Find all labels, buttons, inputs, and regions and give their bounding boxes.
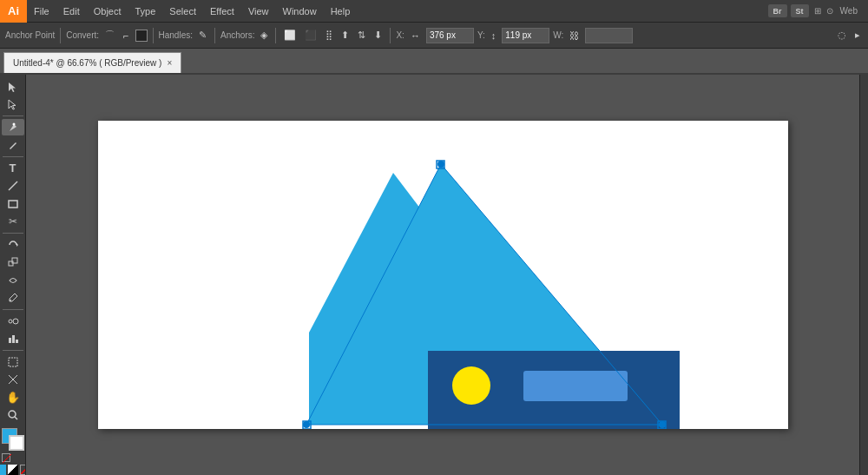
stock-button[interactable]: St — [791, 4, 809, 17]
color-mode-color-btn[interactable] — [0, 465, 6, 475]
scale-tool-btn[interactable] — [2, 254, 24, 271]
svg-point-10 — [13, 319, 18, 324]
w-value-input[interactable] — [585, 28, 633, 43]
y-value-input[interactable] — [502, 28, 549, 43]
x-flip-btn[interactable]: ↔ — [408, 29, 423, 43]
scissors-tool-btn[interactable]: ✂ — [2, 214, 24, 231]
menu-help[interactable]: Help — [324, 0, 358, 22]
divider-4 — [3, 309, 23, 310]
artboard-tool-btn[interactable] — [2, 353, 24, 371]
svg-point-15 — [9, 411, 16, 418]
blend-tool-btn[interactable] — [2, 313, 24, 330]
yellow-circle — [452, 366, 490, 405]
divider-2 — [3, 156, 23, 157]
workspace-grid-icon: ⊞ — [814, 6, 821, 16]
type-tool-btn[interactable]: T — [2, 160, 24, 177]
align-center-btn[interactable]: ⬛ — [302, 28, 319, 43]
divider-5 — [3, 350, 23, 351]
line-tool-btn[interactable] — [2, 177, 24, 195]
more-btn[interactable]: ▸ — [852, 28, 863, 43]
ai-logo[interactable]: Ai — [0, 0, 27, 23]
menu-type[interactable]: Type — [128, 0, 163, 22]
anchors-btn[interactable]: ◈ — [258, 28, 270, 43]
y-flip-btn[interactable]: ↕ — [489, 29, 499, 43]
artwork-svg — [98, 121, 788, 429]
menu-view[interactable]: View — [241, 0, 276, 22]
canvas-wrapper — [26, 75, 859, 475]
divider-3 — [3, 233, 23, 234]
anchor-bottom-left — [303, 421, 310, 428]
align-bottom-btn[interactable]: ⬇ — [372, 28, 385, 43]
w-label: W: — [553, 30, 563, 40]
svg-marker-0 — [9, 82, 16, 92]
stock-label: St — [796, 7, 804, 16]
svg-rect-12 — [12, 335, 15, 343]
w-link-btn[interactable]: ⛓ — [567, 29, 582, 43]
color-mode-area — [0, 465, 26, 475]
menu-edit[interactable]: Edit — [56, 0, 87, 22]
left-toolbar: T ✂ — [0, 75, 26, 475]
pen-tool-btn[interactable] — [2, 119, 24, 136]
svg-line-3 — [9, 181, 17, 190]
menu-file[interactable]: File — [27, 0, 56, 22]
stroke-color-swatch[interactable] — [9, 435, 24, 451]
arrange-icon: ⊙ — [826, 6, 833, 16]
rotate-tool-btn[interactable] — [2, 236, 24, 254]
svg-rect-4 — [9, 201, 17, 208]
svg-rect-11 — [9, 338, 11, 343]
distribute-btn[interactable]: ⣿ — [323, 28, 335, 43]
menu-bar: Ai File Edit Object Type Select Effect V… — [0, 0, 868, 23]
color-mode-gradient-btn[interactable] — [8, 465, 18, 475]
tab-title: Untitled-4* @ 66.67% ( RGB/Preview ) — [13, 58, 161, 68]
svg-point-8 — [10, 300, 11, 301]
align-top-btn[interactable]: ⬆ — [339, 28, 352, 43]
color-mode-none-btn[interactable] — [20, 465, 27, 475]
x-value-input[interactable] — [426, 28, 474, 43]
tab-bar: Untitled-4* @ 66.67% ( RGB/Preview ) × — [0, 49, 868, 75]
svg-rect-13 — [16, 340, 18, 343]
svg-rect-14 — [9, 358, 17, 366]
slice-tool-btn[interactable] — [2, 371, 24, 388]
svg-marker-1 — [9, 100, 16, 109]
canvas-area[interactable] — [26, 75, 859, 475]
anchor-point-label: Anchor Point — [5, 30, 55, 40]
y-label: Y: — [477, 30, 485, 40]
menu-right: Br St ⊞ ⊙ Web — [766, 4, 868, 17]
opacity-btn[interactable]: ◌ — [835, 28, 849, 43]
svg-point-2 — [12, 122, 15, 125]
pencil-tool-btn[interactable] — [2, 136, 24, 154]
convert-label: Convert: — [66, 30, 99, 40]
hand-tool-btn[interactable]: ✋ — [2, 389, 24, 406]
none-indicator[interactable] — [2, 453, 10, 462]
chart-tool-btn[interactable] — [2, 330, 24, 347]
warp-tool-btn[interactable] — [2, 272, 24, 289]
tab-close-btn[interactable]: × — [167, 58, 172, 68]
convert-swatch — [135, 30, 148, 42]
convert-smooth-btn[interactable]: ⌒ — [102, 27, 117, 43]
anchor-bottom-right — [659, 421, 666, 428]
convert-corner-btn[interactable]: ⌐ — [121, 29, 131, 43]
svg-line-16 — [15, 417, 17, 419]
menu-effect[interactable]: Effect — [203, 0, 241, 22]
separator-5 — [390, 28, 391, 43]
eyedropper-tool-btn[interactable] — [2, 290, 24, 307]
rect-tool-btn[interactable] — [2, 195, 24, 213]
bridge-button[interactable]: Br — [768, 4, 787, 17]
align-middle-btn[interactable]: ⇅ — [355, 28, 368, 43]
zoom-tool-btn[interactable] — [2, 406, 24, 424]
separator-1 — [60, 28, 61, 43]
direct-selection-tool-btn[interactable] — [2, 96, 24, 114]
menu-select[interactable]: Select — [162, 0, 203, 22]
selection-tool-btn[interactable] — [2, 78, 24, 96]
handles-btn[interactable]: ✎ — [196, 28, 209, 43]
doc-tab[interactable]: Untitled-4* @ 66.67% ( RGB/Preview ) × — [3, 52, 181, 73]
separator-3 — [214, 28, 215, 43]
control-bar: Anchor Point Convert: ⌒ ⌐ Handles: ✎ Anc… — [0, 23, 868, 49]
right-scrollbar — [859, 75, 868, 475]
divider-1 — [3, 115, 23, 116]
anchors-label: Anchors: — [220, 30, 254, 40]
menu-window[interactable]: Window — [276, 0, 324, 22]
menu-items: File Edit Object Type Select Effect View… — [27, 0, 357, 22]
menu-object[interactable]: Object — [87, 0, 128, 22]
align-left-btn[interactable]: ⬜ — [281, 28, 299, 43]
